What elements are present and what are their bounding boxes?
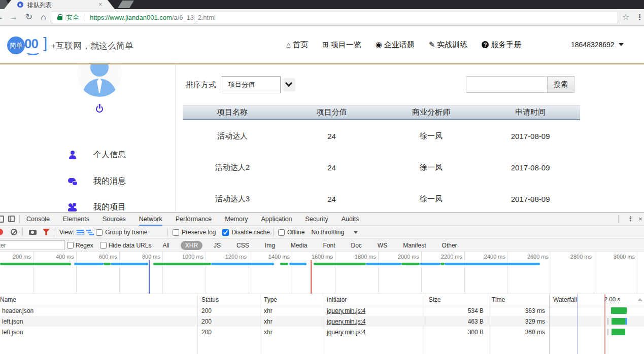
browser-menu-icon[interactable]: ⋮ (636, 12, 643, 23)
throttling-dropdown[interactable]: No throttling (311, 229, 344, 236)
waterfall-bar (611, 307, 627, 314)
ruler-tick-label: 1000 ms (167, 254, 204, 260)
device-toolbar-icon[interactable] (8, 216, 15, 222)
chevron-down-icon[interactable] (354, 231, 358, 234)
forward-button[interactable]: → (9, 12, 18, 23)
column-size[interactable]: Size (425, 296, 488, 303)
hide-data-urls-checkbox[interactable] (100, 242, 107, 249)
overview-segment (74, 263, 104, 265)
column-time[interactable]: Time (488, 296, 549, 303)
filter-type-manifest[interactable]: Manifest (398, 241, 430, 250)
tab-audits[interactable]: Audits (342, 213, 359, 226)
column-status[interactable]: Status (197, 296, 260, 303)
tab-close-icon[interactable]: × (98, 1, 103, 8)
load-event-marker (311, 260, 312, 294)
sidebar-item-profile[interactable]: 个人信息 (68, 150, 126, 160)
home-button[interactable]: ⌂ (41, 12, 46, 23)
filter-type-media[interactable]: Media (286, 241, 312, 250)
tab-security[interactable]: Security (306, 213, 328, 226)
tab-performance[interactable]: Performance (176, 213, 212, 226)
filter-type-font[interactable]: Font (319, 241, 340, 250)
network-overview-ruler[interactable]: 200 ms400 ms600 ms800 ms1000 ms1200 ms14… (0, 252, 644, 294)
search-input[interactable] (466, 76, 548, 93)
site-logo[interactable]: 简单 (7, 37, 25, 54)
disable-cache-label[interactable]: Disable cache (231, 229, 269, 236)
request-row[interactable]: left.json 200 xhr jquery.min.js:4 300 B … (0, 327, 644, 337)
request-row[interactable]: left.json 200 xhr jquery.min.js:4 463 B … (0, 316, 644, 327)
tab-elements[interactable]: Elements (63, 213, 89, 226)
tab-sources[interactable]: Sources (103, 213, 126, 226)
bookmark-star-icon[interactable]: ☆ (622, 12, 629, 23)
new-tab-button[interactable] (118, 1, 134, 8)
offline-label[interactable]: Offline (287, 229, 304, 236)
address-bar[interactable]: 安全 https://www.jiandan001.com /a/6_13_2.… (51, 12, 618, 23)
preserve-log-label[interactable]: Preserve log (182, 229, 216, 236)
table-row: 活动达人2 24 徐一凤 2017-08-09 (183, 152, 580, 183)
request-name[interactable]: left.json (0, 329, 197, 336)
nav-item-projects[interactable]: ⊞ 项目一览 (322, 40, 361, 50)
nav-label: 实战训练 (437, 40, 467, 50)
sort-arrow-icon[interactable] (637, 298, 642, 301)
refresh-button[interactable]: ↻ (25, 12, 32, 23)
waterfall-view-icon[interactable] (86, 230, 93, 235)
group-by-frame-checkbox[interactable] (96, 229, 103, 236)
filter-type-img[interactable]: Img (260, 241, 280, 250)
record-button[interactable] (0, 229, 3, 235)
filter-type-css[interactable]: CSS (232, 241, 254, 250)
devtools-close-icon[interactable]: × (638, 215, 642, 223)
inspect-element-icon[interactable] (0, 216, 4, 223)
nav-item-topics[interactable]: ◉ 企业话题 (376, 40, 415, 50)
back-button[interactable]: ← (0, 12, 4, 23)
filter-input[interactable] (0, 240, 65, 250)
filter-type-xhr[interactable]: XHR (181, 241, 202, 250)
column-type[interactable]: Type (260, 296, 323, 303)
ruler-gridline (637, 252, 637, 294)
filter-funnel-icon[interactable] (43, 229, 50, 235)
group-by-frame-label[interactable]: Group by frame (105, 229, 147, 236)
regex-checkbox[interactable] (67, 242, 74, 249)
waterfall-bar (612, 329, 625, 335)
search-button[interactable]: 搜索 (547, 76, 574, 93)
logout-power-icon[interactable] (96, 105, 103, 113)
list-view-icon[interactable] (77, 230, 84, 235)
browser-tab[interactable]: 排队列表 × (4, 0, 115, 9)
request-row[interactable]: header.json 200 xhr jquery.min.js:4 534 … (0, 305, 644, 316)
filter-type-ws[interactable]: WS (373, 241, 392, 250)
sort-select[interactable]: 项目分值 (222, 76, 281, 93)
tab-memory[interactable]: Memory (225, 213, 248, 226)
main-nav: ⌂ 首页 ⊞ 项目一览 ◉ 企业话题 ✎ 实战训练 ? 服务手册 (286, 26, 521, 63)
nav-item-manual[interactable]: ? 服务手册 (482, 40, 521, 50)
offline-checkbox[interactable] (278, 229, 285, 236)
column-name[interactable]: Name (0, 296, 197, 303)
sidebar-item-messages[interactable]: 我的消息 (68, 176, 126, 187)
account-phone-dropdown[interactable]: 18648328692 (571, 26, 624, 63)
filter-type-all[interactable]: All (158, 241, 174, 250)
nav-item-home[interactable]: ⌂ 首页 (286, 40, 308, 50)
initiator-link[interactable]: jquery.min.js:4 (327, 329, 365, 336)
disable-cache-checkbox[interactable] (222, 229, 229, 236)
clear-icon[interactable] (11, 229, 17, 235)
initiator-link[interactable]: jquery.min.js:4 (327, 318, 365, 325)
nav-item-training[interactable]: ✎ 实战训练 (429, 40, 468, 50)
filter-type-other[interactable]: Other (437, 241, 462, 250)
hide-data-urls-label[interactable]: Hide data URLs (109, 242, 152, 249)
column-initiator[interactable]: Initiator (323, 296, 425, 303)
filter-type-doc[interactable]: Doc (347, 241, 366, 250)
request-name[interactable]: left.json (0, 318, 197, 325)
initiator-link[interactable]: jquery.min.js:4 (327, 307, 365, 314)
sidebar-item-projects[interactable]: 我的项目 (68, 202, 126, 212)
sort-selected-value: 项目分值 (228, 80, 255, 89)
overview-segment (153, 263, 211, 265)
preserve-log-checkbox[interactable] (173, 229, 179, 236)
tab-console[interactable]: Console (26, 213, 50, 226)
request-name[interactable]: header.json (0, 307, 197, 314)
ruler-gridline (464, 252, 465, 294)
regex-label[interactable]: Regex (76, 242, 93, 249)
column-waterfall[interactable]: Waterfall (549, 296, 644, 303)
tab-application[interactable]: Application (261, 213, 292, 226)
devtools-menu-icon[interactable]: ⋮ (627, 215, 634, 223)
secure-label: 安全 (66, 13, 79, 22)
filter-type-js[interactable]: JS (209, 241, 225, 250)
screenshot-camera-icon[interactable] (29, 230, 37, 235)
tab-network[interactable]: Network (139, 213, 162, 226)
